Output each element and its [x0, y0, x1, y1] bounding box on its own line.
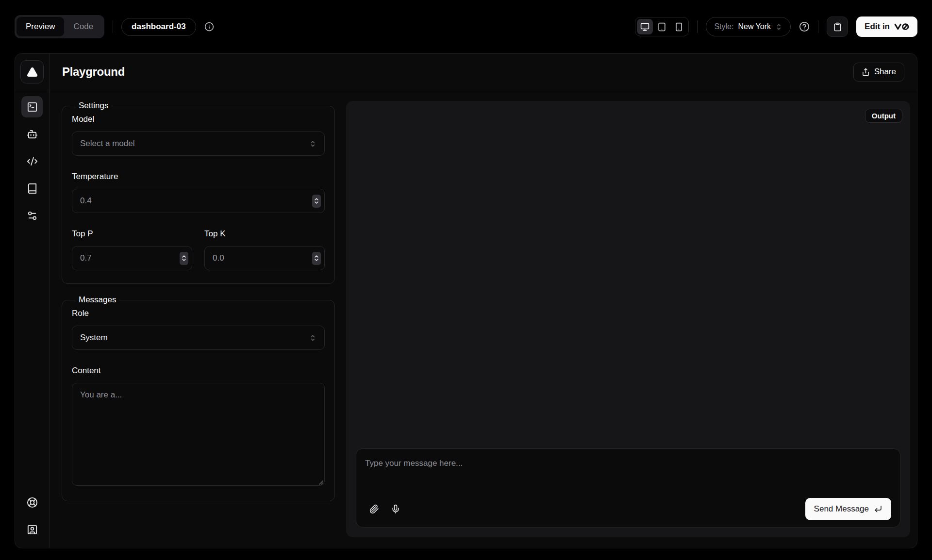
info-icon	[204, 22, 214, 32]
clipboard-icon	[833, 22, 842, 32]
top-k-label: Top K	[204, 229, 325, 239]
sidebar-item-playground[interactable]	[21, 96, 43, 117]
output-badge: Output	[865, 109, 902, 123]
top-p-field: Top P 0.7	[72, 229, 192, 270]
role-field: Role System	[72, 309, 325, 350]
tab-code[interactable]: Code	[64, 17, 102, 36]
preview-frame: Playground Share Settings Model Select a…	[15, 53, 917, 548]
role-select-value: System	[80, 333, 108, 343]
send-message-label: Send Message	[814, 504, 869, 514]
message-input[interactable]	[365, 456, 891, 498]
messages-fieldset: Messages Role System Content	[62, 295, 335, 501]
corner-down-left-icon	[874, 505, 882, 513]
style-select-label: Style:	[714, 22, 733, 31]
sidebar-item-settings[interactable]	[21, 205, 43, 226]
top-k-input[interactable]: 0.0	[204, 246, 325, 270]
v0-logo-icon	[894, 23, 909, 31]
microphone-button[interactable]	[386, 500, 405, 518]
composer-toolbar: Send Message	[365, 498, 891, 520]
top-p-k-row: Top P 0.7 Top K 0.0	[72, 229, 325, 270]
sidebar-item-account[interactable]	[21, 519, 43, 540]
info-button[interactable]	[204, 22, 214, 32]
style-select[interactable]: Style: New York	[706, 17, 791, 36]
toolbar-divider	[697, 20, 698, 33]
temperature-field: Temperature 0.4	[72, 172, 325, 213]
book-icon	[27, 183, 38, 194]
device-preview-toggle	[635, 17, 689, 36]
circle-help-icon	[799, 21, 810, 32]
model-field: Model Select a model	[72, 115, 325, 156]
number-spinner[interactable]	[180, 252, 188, 265]
top-toolbar: Preview Code dashboard-03 Style: New Yor…	[0, 0, 932, 53]
sidebar-item-help[interactable]	[21, 492, 43, 513]
edit-in-v0-button[interactable]: Edit in	[856, 16, 917, 37]
device-desktop-button[interactable]	[637, 19, 653, 34]
settings-form: Settings Model Select a model Temperatur…	[62, 101, 335, 537]
share-icon	[862, 68, 870, 76]
sidebar-nav	[21, 90, 43, 226]
help-button[interactable]	[799, 21, 810, 32]
send-message-button[interactable]: Send Message	[805, 498, 891, 520]
device-mobile-button[interactable]	[671, 19, 687, 34]
temperature-input[interactable]: 0.4	[72, 189, 325, 213]
code-icon	[27, 156, 38, 167]
messages-legend: Messages	[75, 295, 119, 305]
number-spinner[interactable]	[312, 195, 321, 208]
sidebar-bottom-nav	[21, 492, 43, 548]
chevrons-up-down-icon	[309, 140, 316, 148]
settings-fieldset: Settings Model Select a model Temperatur…	[62, 101, 335, 284]
top-k-field: Top K 0.0	[204, 229, 325, 270]
role-select[interactable]: System	[72, 326, 325, 350]
tablet-icon	[657, 22, 666, 32]
role-label: Role	[72, 309, 325, 318]
share-button-label: Share	[874, 67, 896, 77]
page-header: Playground Share	[50, 54, 917, 90]
toolbar-divider	[818, 20, 818, 33]
mic-icon	[391, 504, 400, 514]
home-logo-button[interactable]	[20, 60, 44, 83]
sidebar-item-models[interactable]	[21, 123, 43, 145]
square-user-icon	[27, 524, 38, 535]
sidebar-item-api[interactable]	[21, 150, 43, 172]
settings2-icon	[27, 210, 38, 221]
device-tablet-button[interactable]	[654, 19, 670, 34]
model-select-placeholder: Select a model	[80, 139, 134, 148]
edit-in-v0-label: Edit in	[865, 22, 890, 32]
content-textarea[interactable]	[72, 383, 325, 486]
life-buoy-icon	[27, 497, 38, 508]
chevrons-up-down-icon	[775, 23, 782, 31]
top-p-input[interactable]: 0.7	[72, 246, 192, 270]
model-label: Model	[72, 115, 325, 124]
sidebar-item-documentation[interactable]	[21, 178, 43, 199]
style-select-value: New York	[738, 22, 771, 31]
chevrons-up-down-icon	[309, 334, 316, 342]
attach-file-button[interactable]	[365, 500, 383, 518]
share-button[interactable]: Share	[853, 63, 904, 82]
app-sidebar	[15, 54, 50, 548]
smartphone-icon	[674, 22, 683, 32]
tab-preview[interactable]: Preview	[17, 17, 64, 36]
block-name-badge: dashboard-03	[121, 18, 196, 36]
monitor-icon	[640, 22, 649, 32]
settings-legend: Settings	[75, 101, 112, 111]
content-area: Settings Model Select a model Temperatur…	[50, 90, 917, 548]
preview-code-toggle: Preview Code	[15, 15, 104, 38]
main-area: Playground Share Settings Model Select a…	[50, 54, 917, 548]
square-terminal-icon	[27, 101, 38, 113]
bot-icon	[27, 129, 38, 140]
copy-code-button[interactable]	[827, 16, 848, 37]
message-composer: Send Message	[356, 448, 900, 527]
top-p-label: Top P	[72, 229, 192, 239]
top-k-value: 0.0	[213, 253, 224, 263]
paperclip-icon	[369, 504, 379, 514]
content-label: Content	[72, 366, 325, 376]
sidebar-logo-section	[15, 54, 49, 90]
number-spinner[interactable]	[312, 252, 321, 265]
output-panel: Output	[346, 101, 910, 537]
top-p-value: 0.7	[80, 253, 92, 263]
temperature-label: Temperature	[72, 172, 325, 181]
toolbar-divider	[113, 20, 113, 33]
model-select[interactable]: Select a model	[72, 132, 325, 156]
temperature-value: 0.4	[80, 196, 92, 206]
page-title: Playground	[62, 65, 125, 79]
